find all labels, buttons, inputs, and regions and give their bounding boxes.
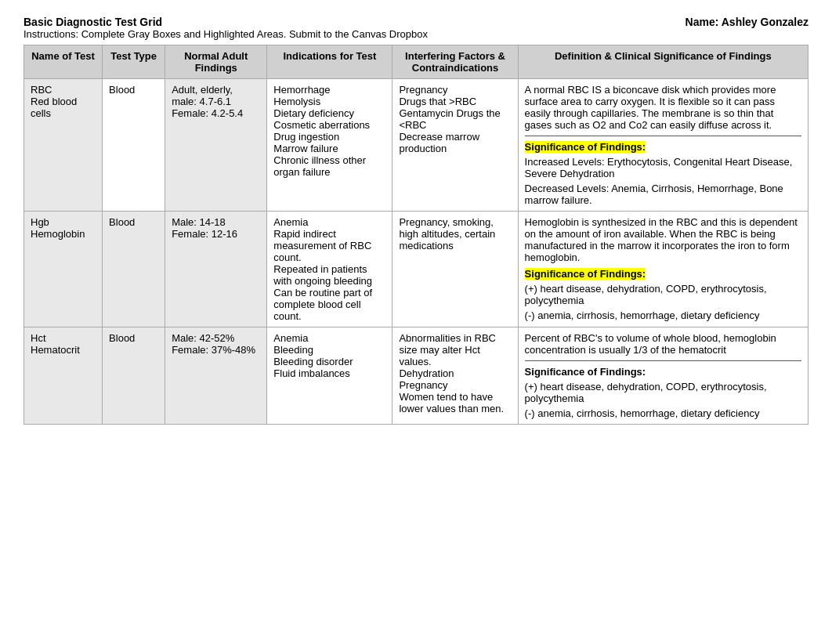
decreased-levels: Decreased Levels: Anemia, Cirrhosis, Hem… bbox=[525, 183, 801, 206]
decreased-levels: (-) anemia, cirrhosis, hemorrhage, dieta… bbox=[525, 407, 801, 419]
table-row: Hct HematocritBloodMale: 42-52% Female: … bbox=[24, 327, 808, 425]
significance-label: Significance of Findings: bbox=[525, 268, 646, 280]
col-header-name: Name of Test bbox=[24, 45, 103, 79]
instructions-text: Instructions: Complete Gray Boxes and Hi… bbox=[24, 28, 428, 40]
increased-levels: Increased Levels: Erythocytosis, Congeni… bbox=[525, 156, 801, 179]
cell-definition: Percent of RBC's to volume of whole bloo… bbox=[518, 327, 808, 425]
cell-indications: Anemia Bleeding Bleeding disorder Fluid … bbox=[267, 327, 392, 425]
cell-indications: Anemia Rapid indirect measurement of RBC… bbox=[267, 212, 392, 327]
header-left: Basic Diagnostic Test Grid Instructions:… bbox=[24, 16, 428, 40]
cell-type: Blood bbox=[103, 79, 165, 212]
table-row: Hgb HemoglobinBloodMale: 14-18 Female: 1… bbox=[24, 212, 808, 327]
col-header-interfering: Interfering Factors & Contraindications bbox=[392, 45, 518, 79]
cell-interfering: Abnormalities in RBC size may alter Hct … bbox=[392, 327, 518, 425]
divider-line bbox=[525, 136, 801, 136]
definition-text: Hemoglobin is synthesized in the RBC and… bbox=[525, 216, 801, 263]
table-row: RBC Red blood cellsBloodAdult, elderly, … bbox=[24, 79, 808, 212]
col-header-normal: Normal Adult Findings bbox=[165, 45, 267, 79]
col-header-definition: Definition & Clinical Significance of Fi… bbox=[518, 45, 808, 79]
page-header: Basic Diagnostic Test Grid Instructions:… bbox=[24, 16, 808, 40]
cell-normal: Adult, elderly, male: 4.7-6.1 Female: 4.… bbox=[165, 79, 267, 212]
definition-text: Percent of RBC's to volume of whole bloo… bbox=[525, 332, 801, 356]
cell-definition: Hemoglobin is synthesized in the RBC and… bbox=[518, 212, 808, 327]
cell-name: Hgb Hemoglobin bbox=[24, 212, 103, 327]
table-header-row: Name of Test Test Type Normal Adult Find… bbox=[24, 45, 808, 79]
increased-levels: (+) heart disease, dehydration, COPD, er… bbox=[525, 381, 801, 404]
cell-type: Blood bbox=[103, 212, 165, 327]
page-title: Basic Diagnostic Test Grid bbox=[24, 16, 428, 28]
col-header-indications: Indications for Test bbox=[267, 45, 392, 79]
name-label: Name: Ashley Gonzalez bbox=[685, 16, 808, 28]
cell-indications: Hemorrhage Hemolysis Dietary deficiency … bbox=[267, 79, 392, 212]
cell-type: Blood bbox=[103, 327, 165, 425]
cell-name: RBC Red blood cells bbox=[24, 79, 103, 212]
diagnostic-grid: Name of Test Test Type Normal Adult Find… bbox=[24, 45, 808, 425]
divider-line bbox=[525, 360, 801, 361]
cell-normal: Male: 42-52% Female: 37%-48% bbox=[165, 327, 267, 425]
col-header-type: Test Type bbox=[103, 45, 165, 79]
increased-levels: (+) heart disease, dehydration, COPD, er… bbox=[525, 283, 801, 306]
cell-interfering: Pregnancy, smoking, high altitudes, cert… bbox=[392, 212, 518, 327]
cell-interfering: Pregnancy Drugs that >RBC Gentamycin Dru… bbox=[392, 79, 518, 212]
definition-text: A normal RBC IS a biconcave disk which p… bbox=[525, 84, 801, 131]
cell-normal: Male: 14-18 Female: 12-16 bbox=[165, 212, 267, 327]
cell-definition: A normal RBC IS a biconcave disk which p… bbox=[518, 79, 808, 212]
cell-name: Hct Hematocrit bbox=[24, 327, 103, 425]
decreased-levels: (-) anemia, cirrhosis, hemorrhage, dieta… bbox=[525, 309, 801, 321]
significance-label: Significance of Findings: bbox=[525, 366, 646, 378]
significance-label: Significance of Findings: bbox=[525, 141, 646, 153]
